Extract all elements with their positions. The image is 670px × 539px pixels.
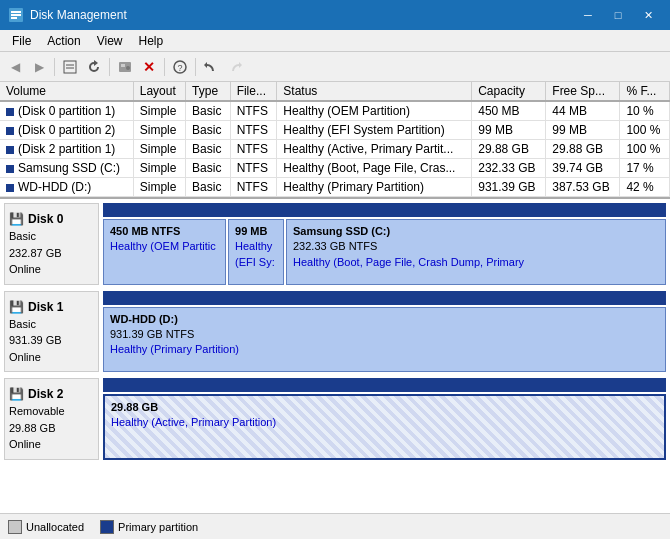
svg-rect-1 (11, 11, 21, 13)
close-button[interactable]: ✕ (634, 5, 662, 25)
table-row[interactable]: (Disk 0 partition 2) Simple Basic NTFS H… (0, 121, 670, 140)
cell-fs: NTFS (230, 121, 277, 140)
refresh-icon (86, 59, 102, 75)
menu-file[interactable]: File (4, 32, 39, 50)
redo-button[interactable] (224, 56, 246, 78)
forward-button[interactable]: ▶ (28, 56, 50, 78)
help-button[interactable]: ? (169, 56, 191, 78)
cell-layout: Simple (133, 121, 185, 140)
legend-primary: Primary partition (100, 520, 198, 534)
table-row[interactable]: (Disk 0 partition 1) Simple Basic NTFS H… (0, 101, 670, 121)
part-size: 232.33 GB NTFS (293, 239, 659, 254)
col-header-capacity: Capacity (472, 82, 546, 101)
cell-status: Healthy (Active, Primary Partit... (277, 140, 472, 159)
disk-partitions-2: 29.88 GB Healthy (Active, Primary Partit… (103, 378, 666, 460)
menu-bar: File Action View Help (0, 30, 670, 52)
cell-layout: Simple (133, 178, 185, 197)
disk-row: 💾Disk 1 Basic 931.39 GB Online WD-HDD (D… (4, 291, 666, 373)
disk-info-0: 💾Disk 0 Basic 232.87 GB Online (4, 203, 99, 285)
menu-help[interactable]: Help (131, 32, 172, 50)
restore-button[interactable]: □ (604, 5, 632, 25)
title-bar: Disk Management ─ □ ✕ (0, 0, 670, 30)
cell-type: Basic (186, 121, 231, 140)
part-label: Samsung SSD (C:) (293, 224, 659, 239)
toolbar: ◀ ▶ ✕ ? (0, 52, 670, 82)
col-header-filesystem: File... (230, 82, 277, 101)
partition-block-0-2[interactable]: Samsung SSD (C:) 232.33 GB NTFS Healthy … (286, 219, 666, 285)
disk-partitions-1: WD-HDD (D:) 931.39 GB NTFS Healthy (Prim… (103, 291, 666, 373)
svg-rect-8 (121, 64, 125, 67)
part-label: WD-HDD (D:) (110, 312, 659, 327)
disk-icon (117, 59, 133, 75)
cell-capacity: 931.39 GB (472, 178, 546, 197)
part-size: 450 MB NTFS (110, 224, 219, 239)
delete-button[interactable]: ✕ (138, 56, 160, 78)
refresh-button[interactable] (83, 56, 105, 78)
partition-block-1-0[interactable]: WD-HDD (D:) 931.39 GB NTFS Healthy (Prim… (103, 307, 666, 373)
app-icon (8, 7, 24, 23)
menu-action[interactable]: Action (39, 32, 88, 50)
part-size: 29.88 GB (111, 400, 658, 415)
part-status: Healthy (Active, Primary Partition) (111, 415, 658, 430)
undo-icon (203, 59, 219, 75)
cell-type: Basic (186, 101, 231, 121)
volume-table-container: Volume Layout Type File... Status Capaci… (0, 82, 670, 199)
partition-block-0-0[interactable]: 450 MB NTFS Healthy (OEM Partitic (103, 219, 226, 285)
redo-icon (227, 59, 243, 75)
part-size: 931.39 GB NTFS (110, 327, 659, 342)
cell-layout: Simple (133, 159, 185, 178)
disk-type: Basic (9, 316, 94, 333)
cell-fs: NTFS (230, 101, 277, 121)
cell-status: Healthy (EFI System Partition) (277, 121, 472, 140)
part-status: Healthy (EFI Sy: (235, 239, 277, 270)
properties-button[interactable] (59, 56, 81, 78)
svg-rect-3 (11, 17, 17, 19)
disk-name: 💾Disk 2 (9, 385, 94, 403)
disk-name: 💾Disk 0 (9, 210, 94, 228)
disk-button[interactable] (114, 56, 136, 78)
cell-pct: 100 % (620, 121, 670, 140)
cell-volume: WD-HDD (D:) (0, 178, 133, 197)
svg-rect-2 (11, 14, 21, 16)
disk-status: Online (9, 349, 94, 366)
partition-block-2-0[interactable]: 29.88 GB Healthy (Active, Primary Partit… (103, 394, 666, 460)
back-button[interactable]: ◀ (4, 56, 26, 78)
col-header-status: Status (277, 82, 472, 101)
disk-view: 💾Disk 0 Basic 232.87 GB Online 450 MB NT… (0, 199, 670, 513)
legend-primary-box (100, 520, 114, 534)
disk-size: 29.88 GB (9, 420, 94, 437)
col-header-type: Type (186, 82, 231, 101)
disk-info-2: 💾Disk 2 Removable 29.88 GB Online (4, 378, 99, 460)
cell-type: Basic (186, 140, 231, 159)
disk-bar (103, 291, 666, 305)
help-icon: ? (172, 59, 188, 75)
undo-button[interactable] (200, 56, 222, 78)
cell-status: Healthy (Boot, Page File, Cras... (277, 159, 472, 178)
svg-text:?: ? (177, 63, 182, 73)
cell-volume: (Disk 0 partition 1) (0, 101, 133, 121)
cell-free: 99 MB (546, 121, 620, 140)
legend: Unallocated Primary partition (0, 513, 670, 539)
toolbar-separator-2 (109, 58, 110, 76)
toolbar-separator-1 (54, 58, 55, 76)
cell-pct: 100 % (620, 140, 670, 159)
cell-type: Basic (186, 159, 231, 178)
cell-fs: NTFS (230, 178, 277, 197)
cell-layout: Simple (133, 101, 185, 121)
menu-view[interactable]: View (89, 32, 131, 50)
table-row[interactable]: WD-HDD (D:) Simple Basic NTFS Healthy (P… (0, 178, 670, 197)
table-row[interactable]: (Disk 2 partition 1) Simple Basic NTFS H… (0, 140, 670, 159)
disk-parts-row: WD-HDD (D:) 931.39 GB NTFS Healthy (Prim… (103, 307, 666, 373)
disk-bar (103, 203, 666, 217)
disk-info-1: 💾Disk 1 Basic 931.39 GB Online (4, 291, 99, 373)
cell-free: 387.53 GB (546, 178, 620, 197)
disk-size: 232.87 GB (9, 245, 94, 262)
table-row[interactable]: Samsung SSD (C:) Simple Basic NTFS Healt… (0, 159, 670, 178)
cell-fs: NTFS (230, 140, 277, 159)
partition-block-0-1[interactable]: 99 MB Healthy (EFI Sy: (228, 219, 284, 285)
minimize-button[interactable]: ─ (574, 5, 602, 25)
cell-volume: Samsung SSD (C:) (0, 159, 133, 178)
cell-free: 39.74 GB (546, 159, 620, 178)
disk-row: 💾Disk 0 Basic 232.87 GB Online 450 MB NT… (4, 203, 666, 285)
disk-status: Online (9, 261, 94, 278)
